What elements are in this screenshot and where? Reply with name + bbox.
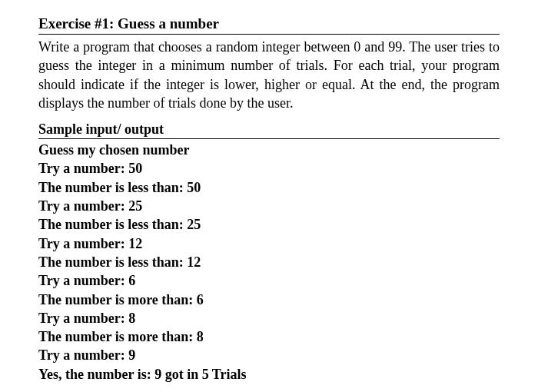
sample-line: Try a number: 12 <box>38 234 500 253</box>
sample-line: Try a number: 25 <box>38 197 500 215</box>
exercise-description: Write a program that chooses a random in… <box>38 38 500 112</box>
sample-line: The number is less than: 25 <box>38 215 500 234</box>
sample-line: The number is less than: 50 <box>38 178 500 197</box>
sample-line: Try a number: 9 <box>38 346 500 364</box>
sample-line: The number is less than: 12 <box>38 253 500 271</box>
sample-line: Try a number: 50 <box>38 159 500 178</box>
sample-line: Yes, the number is: 9 got in 5 Trials <box>38 365 500 384</box>
sample-line: The number is more than: 6 <box>38 291 500 309</box>
sample-line: Try a number: 8 <box>38 309 500 327</box>
sample-line: The number is more than: 8 <box>38 327 500 346</box>
sample-heading: Sample input/ output <box>38 121 500 139</box>
sample-output-block: Guess my chosen number Try a number: 50 … <box>38 141 500 384</box>
sample-line: Try a number: 6 <box>38 271 500 290</box>
exercise-title: Exercise #1: Guess a number <box>38 15 500 35</box>
sample-line: Guess my chosen number <box>38 141 500 159</box>
